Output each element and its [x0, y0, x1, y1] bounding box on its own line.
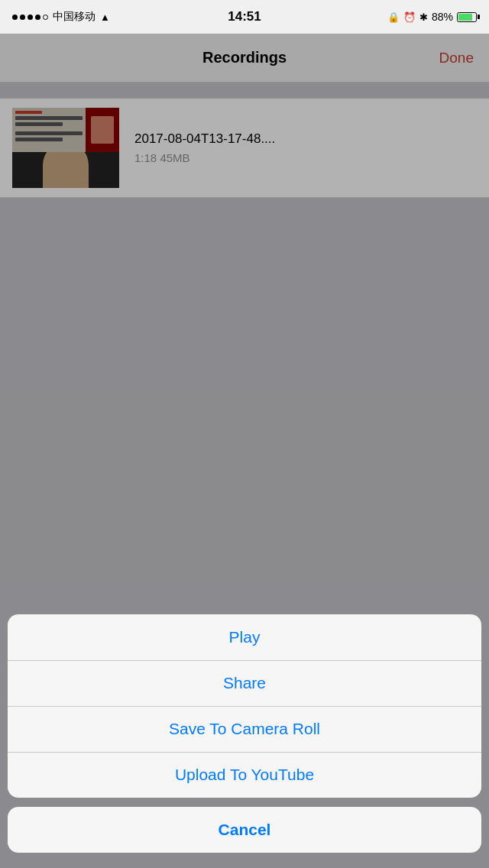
- action-sheet-cancel: Cancel: [8, 807, 481, 853]
- action-sheet: Play Share Save To Camera Roll Upload To…: [8, 614, 481, 798]
- upload-youtube-button[interactable]: Upload To YouTube: [8, 752, 481, 798]
- signal-dot-4: [35, 15, 40, 20]
- signal-dot-5: [43, 15, 48, 20]
- action-sheet-container: Play Share Save To Camera Roll Upload To…: [0, 614, 489, 868]
- status-bar: 中国移动 ▲ 14:51 🔒 ⏰ ✱ 88%: [0, 0, 489, 34]
- signal-dot-1: [12, 15, 18, 20]
- status-left: 中国移动 ▲: [12, 10, 110, 24]
- battery-fill: [458, 14, 472, 21]
- signal-strength: [12, 15, 48, 20]
- signal-dot-3: [28, 15, 33, 20]
- battery-percentage: 88%: [432, 11, 453, 23]
- wifi-icon: ▲: [100, 11, 110, 23]
- share-button[interactable]: Share: [8, 660, 481, 706]
- battery-icon: [457, 12, 477, 22]
- alarm-icon: ⏰: [403, 11, 416, 23]
- bluetooth-icon: ✱: [419, 11, 428, 23]
- cancel-button[interactable]: Cancel: [8, 807, 481, 853]
- play-button[interactable]: Play: [8, 614, 481, 660]
- status-time: 14:51: [228, 9, 261, 24]
- lock-icon: 🔒: [387, 11, 400, 23]
- save-camera-roll-button[interactable]: Save To Camera Roll: [8, 706, 481, 752]
- carrier-label: 中国移动: [53, 10, 96, 24]
- status-right: 🔒 ⏰ ✱ 88%: [387, 11, 477, 23]
- signal-dot-2: [20, 15, 25, 20]
